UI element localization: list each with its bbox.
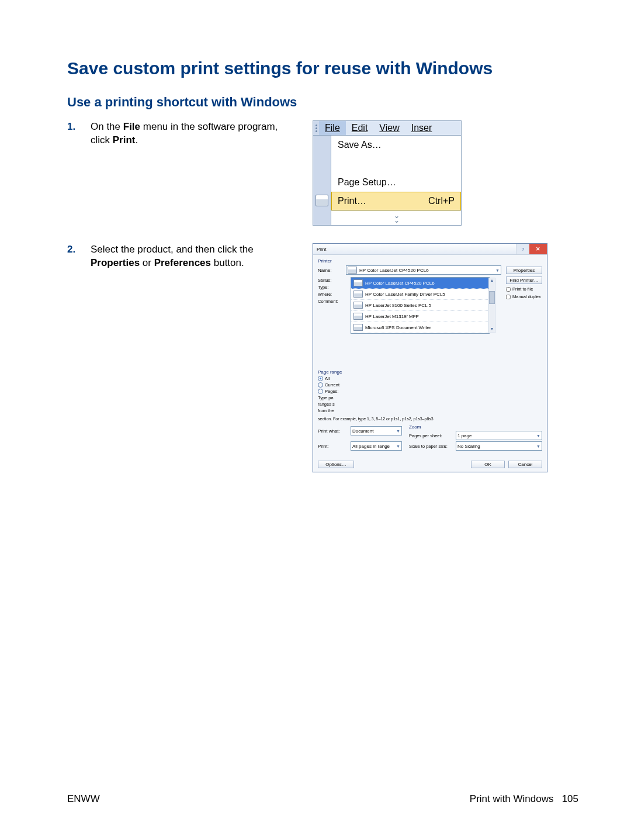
find-printer-button[interactable]: Find Printer… bbox=[506, 276, 542, 284]
figure-print-dialog: Print ? ✕ Printer Name: HP Color LaserJe… bbox=[313, 243, 547, 472]
pages-per-sheet-select[interactable]: 1 page▼ bbox=[456, 431, 542, 440]
group-page-range: Page range bbox=[318, 369, 370, 375]
step-body: On the File menu in the software program… bbox=[91, 120, 295, 226]
radio-all[interactable]: All bbox=[318, 376, 370, 381]
menu-view[interactable]: View bbox=[373, 121, 405, 135]
help-button[interactable]: ? bbox=[516, 244, 529, 254]
shortcut-label: Ctrl+P bbox=[428, 196, 455, 206]
printer-icon bbox=[348, 267, 357, 274]
chevron-down-icon: ▼ bbox=[495, 268, 500, 272]
menu-edit[interactable]: Edit bbox=[346, 121, 374, 135]
print-what-select[interactable]: Document▼ bbox=[351, 426, 402, 435]
menu-item-save-as[interactable]: Save As… bbox=[331, 136, 461, 154]
printer-dropdown-list[interactable]: HP Color LaserJet CP4520 PCL6 HP Color L… bbox=[351, 277, 490, 334]
printer-select[interactable]: HP Color LaserJet CP4520 PCL6 ▼ bbox=[346, 265, 501, 275]
group-zoom: Zoom bbox=[409, 424, 542, 430]
scale-select[interactable]: No Scaling▼ bbox=[456, 441, 542, 451]
print-to-file-checkbox[interactable]: Print to file bbox=[506, 286, 542, 292]
step-number: 2. bbox=[67, 243, 91, 472]
expand-menu-icon[interactable]: ⌄⌄ bbox=[331, 210, 461, 225]
radio-pages[interactable]: Pages: bbox=[318, 389, 370, 394]
menu-item-print[interactable]: Print… Ctrl+P bbox=[331, 192, 461, 210]
menu-file[interactable]: File bbox=[319, 121, 346, 135]
footer-right: Print with Windows 105 bbox=[470, 793, 578, 805]
step-1: 1. On the File menu in the software prog… bbox=[67, 120, 578, 226]
print-select[interactable]: All pages in range▼ bbox=[351, 441, 402, 451]
dialog-title: Print bbox=[317, 247, 326, 252]
step-body: Select the product, and then click the P… bbox=[91, 243, 295, 472]
scrollbar[interactable]: ▲ ▼ bbox=[488, 278, 495, 333]
ok-button[interactable]: OK bbox=[471, 461, 505, 468]
label-scale: Scale to paper size: bbox=[409, 444, 452, 449]
step-number: 1. bbox=[67, 120, 91, 226]
page-footer: ENWW Print with Windows 105 bbox=[67, 793, 578, 805]
printer-icon bbox=[353, 302, 363, 309]
printer-option[interactable]: HP Color LaserJet CP4520 PCL6 bbox=[351, 278, 489, 289]
menu-item-page-setup[interactable]: Page Setup… bbox=[331, 173, 461, 192]
close-button[interactable]: ✕ bbox=[529, 244, 547, 254]
printer-option[interactable]: HP LaserJet M1319f MFP bbox=[351, 311, 489, 322]
options-button[interactable]: Options… bbox=[318, 461, 354, 468]
printer-icon bbox=[353, 291, 363, 298]
label-print-what: Print what: bbox=[318, 428, 347, 434]
label-pages-per-sheet: Pages per sheet: bbox=[409, 433, 452, 438]
printer-option[interactable]: HP Color LaserJet Family Driver PCL5 bbox=[351, 289, 489, 300]
footer-left: ENWW bbox=[67, 793, 100, 805]
printer-option[interactable]: Microsoft XPS Document Writer bbox=[351, 322, 489, 333]
group-printer: Printer bbox=[318, 258, 542, 264]
printer-icon bbox=[353, 324, 363, 331]
printer-icon bbox=[316, 195, 328, 206]
step-2: 2. Select the product, and then click th… bbox=[67, 243, 578, 472]
printer-icon bbox=[353, 279, 363, 286]
properties-button[interactable]: Properties bbox=[506, 267, 542, 274]
radio-current[interactable]: Current bbox=[318, 382, 370, 388]
page-title: Save custom print settings for reuse wit… bbox=[67, 58, 578, 78]
figure-file-menu: File Edit View Inser Save As… Page Setu bbox=[313, 120, 462, 226]
cancel-button[interactable]: Cancel bbox=[508, 461, 542, 468]
printer-icon bbox=[353, 313, 363, 320]
menu-insert[interactable]: Inser bbox=[405, 121, 438, 135]
section-title: Use a printing shortcut with Windows bbox=[67, 95, 578, 110]
label-name: Name: bbox=[318, 268, 342, 273]
label-print: Print: bbox=[318, 444, 347, 449]
page-range-note: section. For example, type 1, 3, 5–12 or… bbox=[318, 417, 542, 421]
printer-option[interactable]: HP LaserJet 8100 Series PCL 5 bbox=[351, 300, 489, 311]
manual-duplex-checkbox[interactable]: Manual duplex bbox=[506, 294, 542, 299]
